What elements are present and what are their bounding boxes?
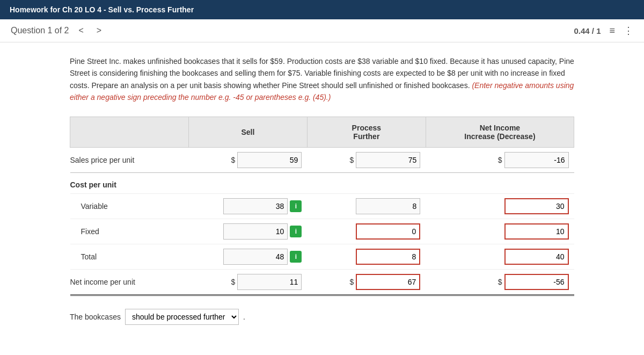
sell-cell-fixed: i bbox=[188, 219, 307, 244]
sell-dollar: $ bbox=[231, 278, 236, 286]
main-content: Pine Street Inc. makes unfinished bookca… bbox=[27, 42, 617, 338]
sell-input-group: $ bbox=[194, 274, 302, 290]
top-bar-title: Homework for Ch 20 LO 4 - Sell vs. Proce… bbox=[10, 5, 194, 14]
net-input-group bbox=[431, 198, 568, 214]
sell-cell-total: i bbox=[188, 244, 307, 269]
net-cell-fixed bbox=[426, 219, 574, 244]
net-input-group bbox=[431, 223, 568, 240]
process-input-group bbox=[312, 223, 420, 240]
period: . bbox=[243, 313, 245, 321]
net-dollar: $ bbox=[498, 278, 502, 286]
table-row: Cost per unit bbox=[70, 172, 574, 193]
sell-input-fixed[interactable] bbox=[223, 223, 288, 240]
process-dollar: $ bbox=[350, 278, 354, 286]
table-row: Net income per unit $ $ $ bbox=[70, 269, 574, 295]
process-input-group: $ bbox=[312, 274, 420, 290]
sell-input-group: $ bbox=[194, 152, 302, 168]
sell-input-net_income[interactable] bbox=[237, 274, 302, 290]
bottom-label: The bookcases bbox=[70, 313, 121, 321]
net-input-net_income[interactable] bbox=[504, 274, 569, 290]
nav-right: 0.44 / 1 ≡ ⋮ bbox=[574, 25, 633, 37]
sell-cell-sales_price: $ bbox=[188, 147, 307, 172]
process-cell-fixed bbox=[307, 219, 426, 244]
sell-info-button[interactable]: i bbox=[290, 251, 302, 263]
col-header-label bbox=[70, 117, 189, 147]
description: Pine Street Inc. makes unfinished bookca… bbox=[70, 55, 574, 104]
col-header-net: Net Income Increase (Decrease) bbox=[426, 117, 574, 147]
net-input-group bbox=[431, 249, 568, 265]
sell-info-button[interactable]: i bbox=[290, 200, 302, 212]
table-row: Total i bbox=[70, 244, 574, 269]
net-cell-net_income: $ bbox=[426, 269, 574, 295]
table-row: Variable i bbox=[70, 193, 574, 219]
row-label-total: Total bbox=[70, 244, 189, 269]
prev-button[interactable]: < bbox=[76, 25, 87, 37]
cost-header-label: Cost per unit bbox=[70, 172, 574, 193]
net-input-sales_price[interactable] bbox=[504, 152, 569, 168]
sell-input-sales_price[interactable] bbox=[237, 152, 302, 168]
process-input-variable[interactable] bbox=[356, 198, 420, 214]
sell-input-total[interactable] bbox=[223, 249, 288, 265]
net-cell-total bbox=[426, 244, 574, 269]
process-input-group bbox=[312, 198, 420, 214]
net-input-fixed[interactable] bbox=[504, 223, 569, 240]
analysis-table: Sell Process Further Net Income Increase… bbox=[70, 117, 574, 296]
process-input-group bbox=[312, 249, 420, 265]
process-input-group: $ bbox=[312, 152, 420, 168]
sell-input-group: i bbox=[194, 198, 302, 214]
col-header-sell: Sell bbox=[188, 117, 307, 147]
row-label-fixed: Fixed bbox=[70, 219, 189, 244]
sell-info-button[interactable]: i bbox=[290, 226, 302, 237]
list-icon-button[interactable]: ≡ bbox=[609, 25, 615, 37]
next-button[interactable]: > bbox=[93, 25, 105, 37]
table-header-row: Sell Process Further Net Income Increase… bbox=[70, 117, 574, 147]
process-cell-variable bbox=[307, 193, 426, 219]
question-label: Question 1 of 2 bbox=[11, 26, 69, 35]
process-input-fixed[interactable] bbox=[356, 223, 420, 240]
nav-left: Question 1 of 2 < > bbox=[11, 25, 105, 37]
process-dollar: $ bbox=[350, 156, 354, 164]
table-row: Fixed i bbox=[70, 219, 574, 244]
nav-bar: Question 1 of 2 < > 0.44 / 1 ≡ ⋮ bbox=[0, 19, 644, 42]
table-row: Sales price per unit $ $ $ bbox=[70, 147, 574, 172]
net-input-group: $ bbox=[431, 152, 568, 168]
process-input-sales_price[interactable] bbox=[356, 152, 420, 168]
sell-cell-variable: i bbox=[188, 193, 307, 219]
bottom-row: The bookcases should be sold unfinisheds… bbox=[70, 309, 574, 325]
net-input-variable[interactable] bbox=[504, 198, 569, 214]
sell-dollar: $ bbox=[231, 156, 236, 164]
process-cell-sales_price: $ bbox=[307, 147, 426, 172]
net-dollar: $ bbox=[498, 156, 502, 164]
row-label-sales_price: Sales price per unit bbox=[70, 147, 189, 172]
sell-input-group: i bbox=[194, 223, 302, 240]
col-header-process: Process Further bbox=[307, 117, 426, 147]
sell-cell-net_income: $ bbox=[188, 269, 307, 295]
row-label-net_income: Net income per unit bbox=[70, 269, 189, 295]
process-input-total[interactable] bbox=[356, 249, 420, 265]
row-label-variable: Variable bbox=[70, 193, 189, 219]
score-display: 0.44 / 1 bbox=[574, 26, 601, 35]
net-input-group: $ bbox=[431, 274, 568, 290]
net-input-total[interactable] bbox=[504, 249, 569, 265]
top-bar: Homework for Ch 20 LO 4 - Sell vs. Proce… bbox=[0, 0, 644, 19]
sell-input-variable[interactable] bbox=[223, 198, 288, 214]
conclusion-dropdown[interactable]: should be sold unfinishedshould be proce… bbox=[125, 309, 239, 325]
sell-input-group: i bbox=[194, 249, 302, 265]
more-options-button[interactable]: ⋮ bbox=[624, 25, 633, 37]
net-cell-variable bbox=[426, 193, 574, 219]
net-cell-sales_price: $ bbox=[426, 147, 574, 172]
process-cell-net_income: $ bbox=[307, 269, 426, 295]
process-cell-total bbox=[307, 244, 426, 269]
process-input-net_income[interactable] bbox=[356, 274, 420, 290]
